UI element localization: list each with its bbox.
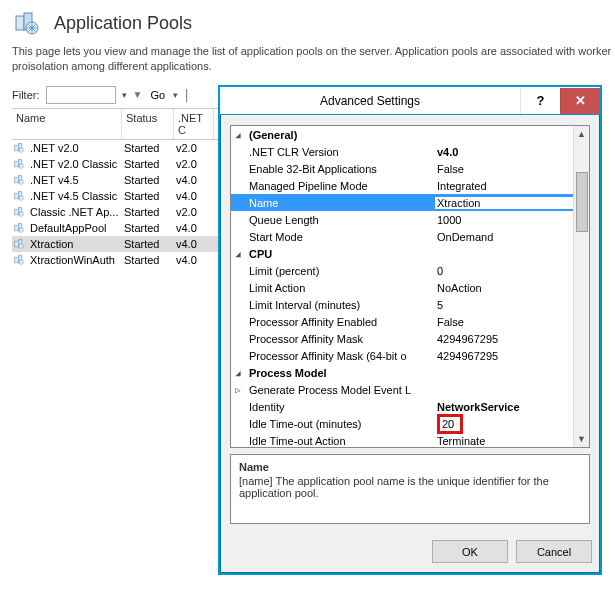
property-value[interactable]: False xyxy=(435,316,573,328)
app-pool-icon xyxy=(12,221,26,235)
pool-clr: v2.0 xyxy=(174,141,214,155)
property-row[interactable]: Idle Time-out ActionTerminate xyxy=(231,432,573,447)
property-value[interactable]: 20 xyxy=(435,414,573,434)
category-label: CPU xyxy=(245,248,435,260)
property-row[interactable]: NameXtraction xyxy=(231,194,573,211)
app-pool-icon xyxy=(12,141,26,155)
property-row[interactable]: Limit (percent)0 xyxy=(231,262,573,279)
property-value[interactable]: False xyxy=(435,163,573,175)
expander-icon[interactable]: ▷ xyxy=(231,385,245,395)
property-row[interactable]: IdentityNetworkService xyxy=(231,398,573,415)
property-row[interactable]: Idle Time-out (minutes)20 xyxy=(231,415,573,432)
page-description: This page lets you view and manage the l… xyxy=(12,44,612,74)
svg-point-23 xyxy=(19,244,23,248)
property-label: Limit Action xyxy=(245,282,435,294)
list-item[interactable]: .NET v4.5Startedv4.0 xyxy=(12,172,232,188)
property-value[interactable]: Xtraction xyxy=(435,197,573,209)
property-row[interactable]: Start ModeOnDemand xyxy=(231,228,573,245)
property-row[interactable]: Managed Pipeline ModeIntegrated xyxy=(231,177,573,194)
property-value[interactable]: NoAction xyxy=(435,282,573,294)
property-value[interactable]: OnDemand xyxy=(435,231,573,243)
app-pool-icon xyxy=(12,189,26,203)
property-value[interactable]: 4294967295 xyxy=(435,350,573,362)
property-value[interactable]: 4294967295 xyxy=(435,333,573,345)
pool-name: .NET v4.5 xyxy=(28,173,122,187)
property-row[interactable]: Queue Length1000 xyxy=(231,211,573,228)
property-category[interactable]: ◢CPU xyxy=(231,245,573,262)
funnel-icon[interactable]: ▼ xyxy=(133,89,143,100)
property-value[interactable]: v4.0 xyxy=(435,146,573,158)
property-value[interactable]: 5 xyxy=(435,299,573,311)
property-value[interactable]: Terminate xyxy=(435,435,573,447)
col-name[interactable]: Name xyxy=(12,109,122,139)
property-description-title: Name xyxy=(239,461,581,473)
help-button[interactable]: ? xyxy=(520,88,560,114)
advanced-settings-dialog: Advanced Settings ? ✕ ◢(General).NET CLR… xyxy=(218,85,602,575)
list-item[interactable]: Classic .NET Ap...Startedv2.0 xyxy=(12,204,232,220)
list-item[interactable]: XtractionStartedv4.0 xyxy=(12,236,232,252)
col-clr[interactable]: .NET C xyxy=(174,109,214,139)
go-dropdown-icon[interactable]: ▾ xyxy=(173,90,178,100)
svg-rect-3 xyxy=(15,145,19,151)
property-value[interactable]: 1000 xyxy=(435,214,573,226)
property-row[interactable]: Processor Affinity Mask4294967295 xyxy=(231,330,573,347)
app-pool-icon xyxy=(12,173,26,187)
close-button[interactable]: ✕ xyxy=(560,88,600,114)
property-row[interactable]: Enable 32-Bit ApplicationsFalse xyxy=(231,160,573,177)
list-item[interactable]: .NET v4.5 ClassicStartedv4.0 xyxy=(12,188,232,204)
col-status[interactable]: Status xyxy=(122,109,174,139)
property-value[interactable]: 0 xyxy=(435,265,573,277)
pool-status: Started xyxy=(122,157,174,171)
list-item[interactable]: .NET v2.0 ClassicStartedv2.0 xyxy=(12,156,232,172)
app-pool-icon xyxy=(12,205,26,219)
cancel-button[interactable]: Cancel xyxy=(516,540,592,563)
property-label: Enable 32-Bit Applications xyxy=(245,163,435,175)
property-label: Queue Length xyxy=(245,214,435,226)
category-label: (General) xyxy=(245,129,435,141)
collapse-icon[interactable]: ◢ xyxy=(231,130,245,140)
property-row[interactable]: Limit Interval (minutes)5 xyxy=(231,296,573,313)
svg-point-11 xyxy=(19,180,23,184)
pool-clr: v2.0 xyxy=(174,205,214,219)
filter-input[interactable] xyxy=(46,86,116,104)
app-pool-icon xyxy=(12,157,26,171)
property-row[interactable]: Limit ActionNoAction xyxy=(231,279,573,296)
property-label: .NET CLR Version xyxy=(245,146,435,158)
svg-point-14 xyxy=(19,196,23,200)
property-row[interactable]: Processor Affinity EnabledFalse xyxy=(231,313,573,330)
collapse-icon[interactable]: ◢ xyxy=(231,368,245,378)
filter-dropdown-icon[interactable]: ▾ xyxy=(122,90,127,100)
property-row[interactable]: ▷Generate Process Model Event L xyxy=(231,381,573,398)
pool-clr: v4.0 xyxy=(174,237,214,251)
scroll-up-icon[interactable]: ▲ xyxy=(574,126,589,142)
go-button[interactable]: Go xyxy=(148,89,167,101)
collapse-icon[interactable]: ◢ xyxy=(231,249,245,259)
list-item[interactable]: DefaultAppPoolStartedv4.0 xyxy=(12,220,232,236)
pool-status: Started xyxy=(122,141,174,155)
pool-clr: v2.0 xyxy=(174,157,214,171)
svg-point-17 xyxy=(19,212,23,216)
property-value[interactable]: NetworkService xyxy=(435,401,573,413)
app-pool-list[interactable]: Name Status .NET C .NET v2.0Startedv2.0.… xyxy=(12,108,232,268)
list-item[interactable]: .NET v2.0Startedv2.0 xyxy=(12,140,232,156)
pool-clr: v4.0 xyxy=(174,189,214,203)
property-value[interactable]: Integrated xyxy=(435,180,573,192)
scroll-down-icon[interactable]: ▼ xyxy=(574,431,589,447)
property-grid-scrollbar[interactable]: ▲ ▼ xyxy=(573,126,589,447)
ok-button[interactable]: OK xyxy=(432,540,508,563)
list-item[interactable]: XtractionWinAuthStartedv4.0 xyxy=(12,252,232,268)
property-row[interactable]: Processor Affinity Mask (64-bit o4294967… xyxy=(231,347,573,364)
scroll-thumb[interactable] xyxy=(576,172,588,232)
svg-rect-0 xyxy=(16,16,24,30)
list-header[interactable]: Name Status .NET C xyxy=(12,108,232,140)
property-category[interactable]: ◢(General) xyxy=(231,126,573,143)
pool-name: .NET v2.0 xyxy=(28,141,122,155)
pool-name: Xtraction xyxy=(28,237,122,251)
property-category[interactable]: ◢Process Model xyxy=(231,364,573,381)
property-row[interactable]: .NET CLR Versionv4.0 xyxy=(231,143,573,160)
dialog-titlebar[interactable]: Advanced Settings ? ✕ xyxy=(220,87,600,115)
property-label: Limit Interval (minutes) xyxy=(245,299,435,311)
property-grid[interactable]: ◢(General).NET CLR Versionv4.0Enable 32-… xyxy=(230,125,590,448)
pool-name: Classic .NET Ap... xyxy=(28,205,122,219)
pool-name: DefaultAppPool xyxy=(28,221,122,235)
